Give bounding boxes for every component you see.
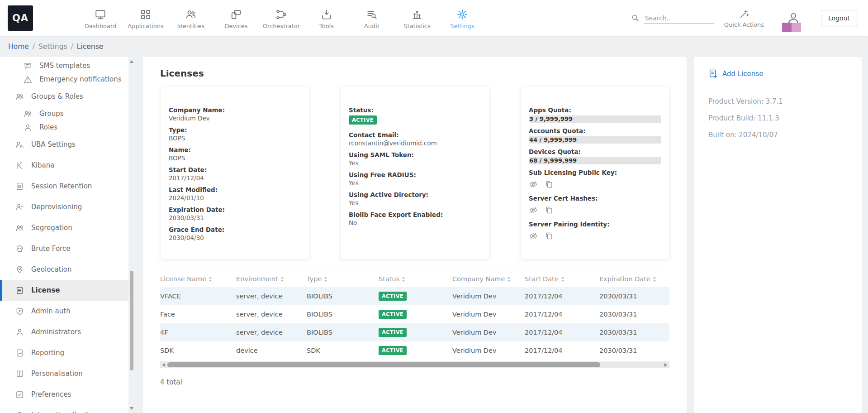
sidebar-scrollbar bbox=[128, 57, 135, 413]
breadcrumb-current-page: License bbox=[77, 43, 103, 51]
copy-icon[interactable] bbox=[545, 180, 554, 189]
copy-icon[interactable] bbox=[545, 231, 554, 240]
cell-status: ACTIVE bbox=[379, 341, 452, 360]
eye-off-icon[interactable] bbox=[529, 206, 538, 215]
cell-start-date: 2017/12/04 bbox=[525, 323, 599, 341]
breadcrumb-separator: / bbox=[33, 43, 35, 51]
nav-item-devices[interactable]: Devices bbox=[213, 7, 259, 29]
sidebar-item-label: License bbox=[31, 286, 60, 294]
sidebar-item-groups-roles[interactable]: Groups & Roles bbox=[0, 86, 128, 107]
scroll-up-arrow[interactable] bbox=[130, 60, 133, 63]
sidebar-item-label: SMS templates bbox=[39, 62, 90, 70]
nav-item-settings[interactable]: Settings bbox=[440, 7, 485, 29]
sidebar-item-administrators[interactable]: Administrators bbox=[0, 322, 128, 342]
nav-item-orchestrator[interactable]: Orchestrator bbox=[259, 7, 304, 29]
nav-label: Devices bbox=[224, 23, 247, 29]
scroll-down-arrow[interactable] bbox=[130, 407, 133, 410]
sidebar-item-geolocation[interactable]: Geolocation bbox=[0, 259, 128, 280]
scroll-right-arrow[interactable] bbox=[664, 363, 667, 367]
table-row[interactable]: 4F server, device BIOLIBS ACTIVE Veridiu… bbox=[160, 323, 669, 341]
field-value: Veridium Dev bbox=[169, 115, 301, 122]
search-input[interactable] bbox=[644, 13, 714, 24]
uba-settings-icon bbox=[15, 140, 24, 149]
sidebar-item-label: Reporting bbox=[31, 349, 64, 357]
column-header-company-name[interactable]: Company Name bbox=[452, 270, 525, 288]
field-value: Yes bbox=[349, 199, 481, 207]
app-logo[interactable]: QA bbox=[8, 5, 33, 31]
sidebar-item-label: Groups & Roles bbox=[31, 92, 83, 101]
search-icon[interactable] bbox=[631, 14, 644, 24]
logout-button[interactable]: Logout bbox=[821, 10, 857, 26]
cell-start-date: 2017/12/04 bbox=[525, 287, 599, 305]
eye-off-icon[interactable] bbox=[529, 231, 538, 240]
sidebar-item-label: Administrators bbox=[31, 328, 81, 336]
quick-actions-label: Quick Actions bbox=[724, 21, 764, 28]
sidebar-scrollbar-thumb[interactable] bbox=[130, 271, 133, 370]
cell-start-date: 2017/12/04 bbox=[525, 341, 599, 360]
horizontal-scrollbar-thumb[interactable] bbox=[167, 362, 600, 367]
copy-icon[interactable] bbox=[545, 206, 554, 215]
accounts-quota: Accounts Quota: 44 / 9,999,999 bbox=[529, 127, 661, 144]
sidebar-item-emergency-notifications[interactable]: Emergency notifications bbox=[0, 72, 128, 86]
sidebar-item-roles[interactable]: Roles bbox=[0, 120, 128, 134]
column-header-environment[interactable]: Environment bbox=[236, 270, 307, 288]
sort-icon bbox=[209, 276, 212, 282]
sidebar-item-license[interactable]: License bbox=[0, 280, 128, 301]
field-label: Server Pairing Identity: bbox=[529, 221, 661, 228]
cell-expiration-date: 2030/03/31 bbox=[599, 341, 669, 360]
table-row[interactable]: SDK device SDK ACTIVE Veridium Dev 2017/… bbox=[160, 341, 669, 360]
product-version: Product Version: 3.7.1 bbox=[708, 97, 847, 106]
breadcrumb-home-link[interactable]: Home bbox=[8, 43, 29, 51]
sidebar-item-session-retention[interactable]: Session Retention bbox=[0, 176, 128, 197]
nav-item-applications[interactable]: Applications bbox=[123, 7, 168, 29]
column-header-type[interactable]: Type bbox=[307, 270, 379, 288]
book-icon bbox=[15, 370, 24, 378]
column-header-status[interactable]: Status bbox=[379, 270, 452, 288]
scroll-left-arrow[interactable] bbox=[162, 363, 165, 367]
nav-item-dashboard[interactable]: Dashboard bbox=[78, 7, 123, 29]
sidebar-item-admin-auth[interactable]: Admin auth bbox=[0, 301, 128, 322]
settings-sidebar: SMS templates Emergency notifications Gr… bbox=[0, 57, 128, 413]
statistics-icon bbox=[411, 9, 423, 20]
sidebar-item-personalisation[interactable]: Personalisation bbox=[0, 363, 128, 384]
warning-icon bbox=[24, 75, 32, 84]
nav-item-audit[interactable]: Audit bbox=[349, 7, 394, 29]
cell-company-name: Veridium Dev bbox=[452, 305, 525, 323]
cell-environment: server, device bbox=[236, 323, 307, 341]
column-header-expiration-date[interactable]: Expiration Date bbox=[599, 270, 669, 288]
nav-label: Identities bbox=[177, 23, 205, 29]
sidebar-item-segregation[interactable]: Segregation bbox=[0, 217, 128, 238]
sidebar-item-internationalisation[interactable]: Internationalisation bbox=[0, 405, 128, 413]
main-nav: Dashboard Applications Identities Device… bbox=[78, 7, 485, 29]
quota-progress-bar: 68 / 9,999,999 bbox=[529, 157, 661, 164]
field-value: 2030/03/31 bbox=[169, 214, 301, 222]
sidebar-item-sms-templates[interactable]: SMS templates bbox=[0, 59, 128, 72]
sidebar-item-brute-force[interactable]: Brute Force bbox=[0, 238, 128, 259]
licenses-panel: Licenses Company Name:Veridium Dev Type:… bbox=[143, 57, 687, 413]
sidebar-item-reporting[interactable]: Reporting bbox=[0, 342, 128, 363]
license-quota-card: Apps Quota: 3 / 9,999,999 Accounts Quota… bbox=[520, 86, 669, 259]
server-pairing-identity: Server Pairing Identity: bbox=[529, 221, 661, 240]
nav-item-tools[interactable]: Tools bbox=[304, 7, 349, 29]
table-row[interactable]: Face server, device BIOLIBS ACTIVE Verid… bbox=[160, 305, 669, 323]
sidebar-item-groups[interactable]: Groups bbox=[0, 107, 128, 120]
column-header-start-date[interactable]: Start Date bbox=[525, 270, 599, 288]
quick-actions-button[interactable]: Quick Actions bbox=[724, 9, 764, 28]
eye-off-icon[interactable] bbox=[529, 180, 538, 189]
table-row[interactable]: VFACE server, device BIOLIBS ACTIVE Veri… bbox=[160, 287, 669, 305]
sidebar-item-uba-settings[interactable]: UBA Settings bbox=[0, 134, 128, 155]
magic-wand-icon bbox=[739, 9, 749, 19]
cell-license-name: SDK bbox=[160, 341, 236, 360]
nav-item-identities[interactable]: Identities bbox=[168, 7, 213, 29]
breadcrumb-settings-link[interactable]: Settings bbox=[38, 43, 67, 51]
sub-licensing-public-key: Sub Licensing Public Key: bbox=[529, 169, 661, 189]
sidebar-item-preferences[interactable]: Preferences bbox=[0, 384, 128, 405]
column-header-license-name[interactable]: License Name bbox=[160, 270, 236, 288]
add-license-label: Add License bbox=[722, 70, 763, 78]
field-value: Yes bbox=[349, 179, 481, 187]
sidebar-item-kibana[interactable]: Kibana bbox=[0, 155, 128, 176]
nav-item-statistics[interactable]: Statistics bbox=[394, 7, 440, 29]
sidebar-item-label: Deprovisioning bbox=[31, 203, 82, 211]
add-license-link[interactable]: Add License bbox=[708, 69, 847, 78]
sidebar-item-deprovisioning[interactable]: Deprovisioning bbox=[0, 197, 128, 217]
